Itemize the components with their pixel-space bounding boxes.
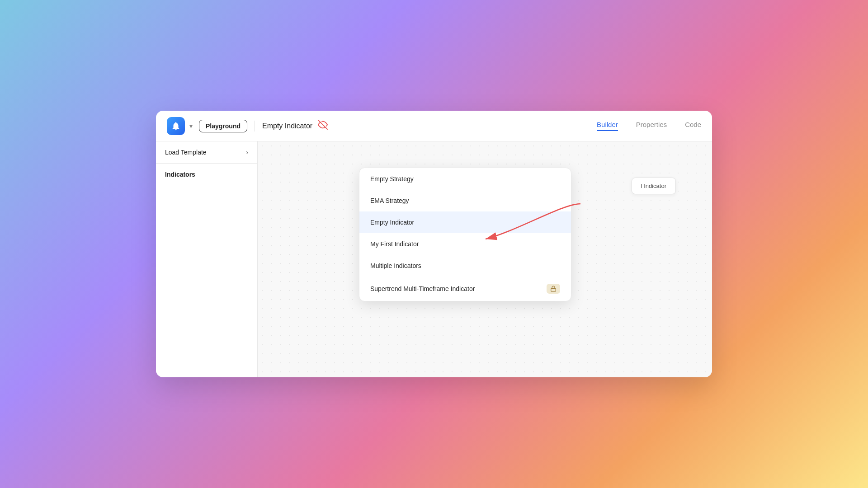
dropdown-item-empty-strategy[interactable]: Empty Strategy bbox=[359, 168, 571, 190]
lock-badge bbox=[547, 284, 560, 294]
dropdown-item-multiple-indicators[interactable]: Multiple Indicators bbox=[359, 255, 571, 277]
dropdown-chevron-button[interactable]: ▾ bbox=[188, 121, 194, 131]
svg-rect-1 bbox=[551, 288, 556, 291]
bell-icon bbox=[171, 121, 181, 131]
main-content: Load Template › Indicators l Indicator E… bbox=[156, 141, 712, 377]
dropdown-item-label: Empty Indicator bbox=[370, 219, 414, 226]
eye-slash-icon[interactable] bbox=[318, 120, 328, 132]
tab-code[interactable]: Code bbox=[685, 121, 701, 131]
dropdown-item-label: My First Indicator bbox=[370, 240, 419, 248]
dropdown-item-label: Multiple Indicators bbox=[370, 262, 421, 269]
sidebar-section-indicators: Indicators bbox=[156, 164, 257, 182]
tab-builder[interactable]: Builder bbox=[597, 121, 618, 131]
dropdown-item-supertrend[interactable]: Supertrend Multi-Timeframe Indicator bbox=[359, 277, 571, 301]
app-window: ▾ Playground Empty Indicator Builder Pro… bbox=[156, 111, 712, 377]
header-separator bbox=[255, 121, 255, 131]
lock-icon bbox=[550, 286, 557, 292]
indicator-node: l Indicator bbox=[632, 178, 676, 194]
load-template-dropdown: Empty Strategy EMA Strategy Empty Indica… bbox=[359, 168, 571, 301]
dropdown-item-ema-strategy[interactable]: EMA Strategy bbox=[359, 190, 571, 211]
header: ▾ Playground Empty Indicator Builder Pro… bbox=[156, 111, 712, 141]
playground-badge[interactable]: Playground bbox=[199, 120, 247, 132]
dropdown-item-label: EMA Strategy bbox=[370, 197, 409, 204]
load-template-chevron-icon: › bbox=[246, 149, 248, 156]
tab-properties[interactable]: Properties bbox=[636, 121, 667, 131]
header-tabs: Builder Properties Code bbox=[597, 121, 701, 131]
load-template-label: Load Template bbox=[165, 149, 207, 156]
load-template-button[interactable]: Load Template › bbox=[156, 141, 257, 164]
dropdown-item-empty-indicator[interactable]: Empty Indicator bbox=[359, 211, 571, 233]
logo-button[interactable] bbox=[167, 117, 185, 135]
workspace: l Indicator Empty Strategy EMA Strategy … bbox=[258, 141, 712, 377]
sidebar: Load Template › Indicators bbox=[156, 141, 258, 377]
dropdown-item-label: Supertrend Multi-Timeframe Indicator bbox=[370, 285, 475, 292]
dropdown-item-my-first-indicator[interactable]: My First Indicator bbox=[359, 233, 571, 255]
indicator-title: Empty Indicator bbox=[262, 122, 312, 130]
dropdown-item-label: Empty Strategy bbox=[370, 175, 414, 183]
